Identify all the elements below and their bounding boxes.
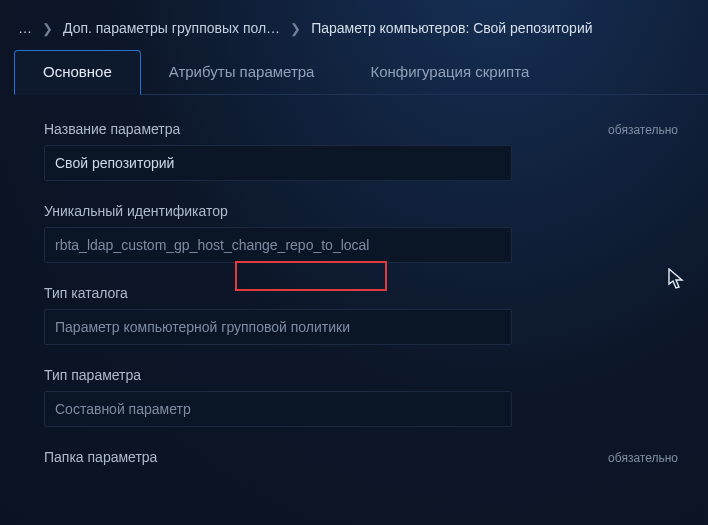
label-catalog-type: Тип каталога [44, 285, 128, 301]
tab-script-config[interactable]: Конфигурация скрипта [342, 51, 557, 94]
chevron-right-icon: ❯ [290, 21, 301, 36]
breadcrumb-ellipsis[interactable]: … [18, 20, 32, 36]
label-name: Название параметра [44, 121, 180, 137]
breadcrumb: … ❯ Доп. параметры групповых пол… ❯ Пара… [14, 14, 708, 50]
required-badge: обязательно [608, 123, 678, 137]
field-folder: Папка параметра обязательно [44, 449, 678, 465]
input-uid[interactable]: rbta_ldap_custom_gp_host_change_repo_to_… [44, 227, 512, 263]
input-param-type[interactable]: Составной параметр [44, 391, 512, 427]
tabs: Основное Атрибуты параметра Конфигурация… [14, 50, 708, 95]
label-param-type: Тип параметра [44, 367, 141, 383]
tab-main[interactable]: Основное [14, 50, 141, 95]
breadcrumb-current: Параметр компьютеров: Свой репозиторий [311, 20, 592, 36]
chevron-right-icon: ❯ [42, 21, 53, 36]
field-param-type: Тип параметра Составной параметр [44, 367, 678, 427]
label-folder: Папка параметра [44, 449, 157, 465]
input-name[interactable]: Свой репозиторий [44, 145, 512, 181]
field-name: Название параметра обязательно Свой репо… [44, 121, 678, 181]
form-main: Название параметра обязательно Свой репо… [14, 95, 708, 465]
tab-attributes[interactable]: Атрибуты параметра [141, 51, 343, 94]
label-uid: Уникальный идентификатор [44, 203, 228, 219]
required-badge: обязательно [608, 451, 678, 465]
breadcrumb-item[interactable]: Доп. параметры групповых пол… [63, 20, 280, 36]
input-catalog-type[interactable]: Параметр компьютерной групповой политики [44, 309, 512, 345]
field-catalog-type: Тип каталога Параметр компьютерной групп… [44, 285, 678, 345]
field-uid: Уникальный идентификатор rbta_ldap_custo… [44, 203, 678, 263]
